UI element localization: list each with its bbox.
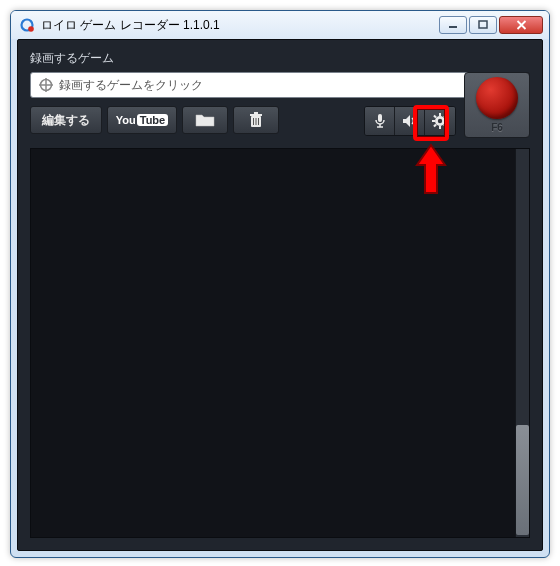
youtube-icon: You Tube	[116, 114, 168, 126]
record-icon	[476, 77, 518, 119]
client-area: 録画するゲーム 録画するゲームをクリック ... F6	[17, 39, 543, 551]
svg-rect-2	[449, 26, 457, 28]
svg-rect-9	[254, 112, 258, 114]
svg-rect-17	[439, 113, 441, 116]
window-title: ロイロ ゲーム レコーダー 1.1.0.1	[41, 17, 439, 34]
youtube-button[interactable]: You Tube	[107, 106, 177, 134]
game-select-row: 録画するゲームをクリック ...	[30, 72, 530, 98]
settings-button[interactable]	[425, 107, 455, 135]
svg-rect-19	[432, 120, 435, 122]
gear-icon	[432, 113, 448, 129]
edit-label: 編集する	[42, 112, 90, 129]
crosshair-icon	[39, 78, 53, 92]
preview-area	[30, 148, 530, 538]
trash-icon	[249, 112, 263, 128]
delete-button[interactable]	[233, 106, 279, 134]
scrollbar-thumb[interactable]	[516, 425, 529, 535]
app-window: ロイロ ゲーム レコーダー 1.1.0.1 録画するゲーム	[10, 10, 550, 558]
window-controls	[439, 16, 543, 34]
microphone-icon	[374, 113, 386, 129]
toolbar: 編集する You Tube	[30, 106, 456, 136]
title-bar: ロイロ ゲーム レコーダー 1.1.0.1	[11, 11, 549, 39]
speaker-button[interactable]	[395, 107, 425, 135]
maximize-button[interactable]	[469, 16, 497, 34]
svg-point-1	[28, 26, 34, 32]
game-select-placeholder: 録画するゲームをクリック	[59, 77, 203, 94]
svg-rect-13	[378, 114, 382, 122]
toolbar-spacer	[284, 106, 359, 136]
minimize-button[interactable]	[439, 16, 467, 34]
speaker-icon	[402, 114, 418, 128]
close-button[interactable]	[499, 16, 543, 34]
svg-rect-20	[445, 120, 448, 122]
folder-icon	[195, 113, 215, 127]
open-folder-button[interactable]	[182, 106, 228, 134]
svg-rect-3	[479, 21, 487, 28]
vertical-scrollbar[interactable]	[515, 149, 529, 537]
audio-settings-group	[364, 106, 456, 136]
svg-rect-18	[439, 126, 441, 129]
edit-button[interactable]: 編集する	[30, 106, 102, 134]
record-hotkey-label: F6	[491, 122, 503, 133]
section-label: 録画するゲーム	[30, 50, 530, 67]
microphone-button[interactable]	[365, 107, 395, 135]
record-button[interactable]: F6	[464, 72, 530, 138]
game-select-input[interactable]: 録画するゲームをクリック	[30, 72, 490, 98]
svg-point-25	[438, 119, 442, 123]
app-icon	[19, 17, 35, 33]
svg-rect-8	[250, 114, 262, 116]
